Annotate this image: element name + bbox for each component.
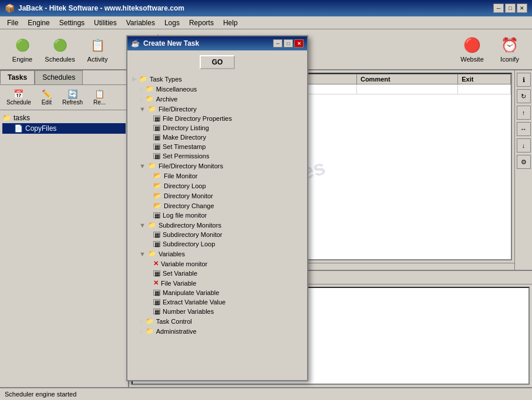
tree-subdir-monitors[interactable]: ▼ 📁 Subdirectory Monitors [132, 220, 302, 230]
menu-file[interactable]: File [2, 18, 23, 28]
tree-manipulate-variable[interactable]: ▦ Manipulate Variable [132, 288, 302, 297]
maximize-button[interactable]: □ [505, 4, 516, 13]
label: Set Permissions [163, 152, 209, 160]
tree-root-label: tasks [14, 114, 30, 122]
engine-label: Engine [12, 56, 32, 63]
label: Task Types [150, 76, 182, 83]
schedule-small-icon: 📅 [14, 89, 23, 99]
tree-log-monitor[interactable]: ▦ Log file monitor [132, 211, 302, 220]
go-button[interactable]: GO [200, 55, 235, 69]
menu-reports[interactable]: Reports [184, 18, 218, 28]
tree-root[interactable]: 📁 tasks [2, 113, 126, 123]
label: Miscellaneous [156, 86, 197, 93]
tree-file-directory[interactable]: ▼ 📁 File/Directory [132, 104, 302, 114]
expand-icon: ▼ [139, 106, 146, 113]
expand-icon: ▼ [139, 250, 146, 257]
tree-variable-monitor[interactable]: ✕ Variable monitor [132, 259, 302, 269]
iconify-button[interactable]: ⏰ Iconify [492, 32, 527, 66]
re-button[interactable]: 📋 Re... [89, 87, 110, 107]
engine-button[interactable]: 🟢 Engine [5, 32, 40, 66]
tree-file-dir-props[interactable]: ▦ File Directory Properties [132, 114, 302, 123]
tree-administrative[interactable]: ○ 📁 Administrative [132, 326, 302, 336]
grid-icon: ▦ [153, 144, 160, 150]
tree-item-copyfiles[interactable]: 📄 CopyFiles [2, 123, 126, 134]
tree-task-control[interactable]: ○ 📁 Task Control [132, 316, 302, 326]
expand-icon: ○ [139, 96, 143, 103]
info-button[interactable]: ℹ [517, 73, 531, 87]
expand-icon: ▼ [139, 222, 146, 229]
modal-maximize-button[interactable]: □ [284, 39, 293, 48]
label: Archive [156, 96, 178, 103]
cycle-button[interactable]: ↻ [517, 89, 531, 103]
down-button[interactable]: ↓ [517, 138, 531, 152]
edit-button[interactable]: ✏️ Edit [38, 87, 56, 107]
engine-icon: 🟢 [13, 36, 32, 55]
status-bar: Scheduler engine started [0, 387, 532, 400]
modal-title-bar: ☕ Create New Task ─ □ ✕ [127, 36, 307, 50]
folder-yellow-icon: 📂 [153, 172, 161, 179]
tab-bar: Tasks Schedules [0, 70, 128, 85]
menu-help[interactable]: Help [218, 18, 243, 28]
folder-icon: 📁 [148, 162, 156, 170]
up-button[interactable]: ↑ [517, 106, 531, 120]
tree-extract-variable[interactable]: ▦ Extract Variable Value [132, 297, 302, 307]
col-exit: Exit [458, 74, 511, 84]
tree-dir-loop[interactable]: 📂 Directory Loop [132, 181, 302, 191]
minimize-button[interactable]: ─ [493, 4, 504, 13]
menu-variables[interactable]: Variables [122, 18, 160, 28]
activity-button[interactable]: 📋 Activity [80, 32, 115, 66]
tree-dir-change[interactable]: 📂 Directory Change [132, 201, 302, 211]
tree-make-dir[interactable]: ▦ Make Directory [132, 133, 302, 142]
tree-number-variables[interactable]: ▦ Number Variables [132, 307, 302, 316]
label: Log file monitor [163, 212, 207, 219]
tree-miscellaneous[interactable]: ○ 📁 Miscellaneous [132, 84, 302, 94]
title-bar-left: 📦 JaBack - Hitek Software - www.hiteksof… [5, 4, 184, 13]
label: Variables [159, 250, 185, 257]
label: Directory Change [164, 202, 214, 209]
tree-subdir-loop[interactable]: ▦ Subdirectory Loop [132, 239, 302, 249]
modal-close-button[interactable]: ✕ [294, 39, 304, 48]
folder-icon: 📁 [146, 327, 154, 335]
menu-utilities[interactable]: Utilities [89, 18, 122, 28]
tree-file-monitor[interactable]: 📂 File Monitor [132, 171, 302, 181]
label: File/Directory Monitors [159, 162, 223, 170]
tree-set-permissions[interactable]: ▦ Set Permissions [132, 151, 302, 161]
tree-file-dir-monitors[interactable]: ▼ 📁 File/Directory Monitors [132, 161, 302, 171]
x-icon: ✕ [153, 279, 159, 287]
tab-tasks[interactable]: Tasks [0, 70, 35, 84]
tree-task-types[interactable]: ▶ 📁 Task Types [132, 74, 302, 84]
settings-button[interactable]: ⚙ [517, 155, 531, 169]
folder-icon: 📁 [2, 114, 11, 122]
grid-icon: ▦ [153, 290, 160, 296]
refresh-label: Refresh [62, 99, 83, 106]
label: Set Timestamp [163, 143, 206, 150]
tree-set-variable[interactable]: ▦ Set Variable [132, 269, 302, 278]
refresh-button[interactable]: 🔄 Refresh [58, 87, 87, 107]
menu-engine[interactable]: Engine [23, 18, 54, 28]
tree-variables[interactable]: ▼ 📁 Variables [132, 249, 302, 259]
schedules-button[interactable]: 🟢 Schedules [42, 32, 78, 66]
grid-icon: ▦ [153, 232, 160, 238]
close-button[interactable]: ✕ [517, 4, 527, 13]
tree-subdir-monitor[interactable]: ▦ Subdirectory Monitor [132, 230, 302, 239]
swap-button[interactable]: ↔ [517, 122, 531, 136]
file-icon: 📄 [14, 124, 23, 133]
modal-minimize-button[interactable]: ─ [273, 39, 282, 48]
menu-logs[interactable]: Logs [160, 18, 184, 28]
schedule-small-button[interactable]: 📅 Schedule [2, 87, 35, 107]
edit-icon: ✏️ [42, 89, 52, 99]
website-button[interactable]: 🔴 Website [454, 32, 490, 66]
menu-settings[interactable]: Settings [55, 18, 89, 28]
tree-file-variable[interactable]: ✕ File Variable [132, 278, 302, 288]
label: Directory Listing [163, 124, 209, 131]
grid-icon: ▦ [153, 134, 160, 140]
row-comment [356, 84, 457, 94]
tab-schedules[interactable]: Schedules [35, 70, 83, 84]
edit-label: Edit [42, 99, 52, 106]
tree-dir-listing[interactable]: ▦ Directory Listing [132, 123, 302, 133]
tree-set-timestamp[interactable]: ▦ Set Timestamp [132, 142, 302, 151]
tree-archive[interactable]: ○ 📁 Archive [132, 94, 302, 104]
modal-body: GO ▶ 📁 Task Types ○ 📁 Miscellaneous ○ [127, 50, 307, 380]
tree-dir-monitor[interactable]: 📂 Directory Monitor [132, 191, 302, 201]
folder-icon: 📁 [139, 75, 147, 83]
